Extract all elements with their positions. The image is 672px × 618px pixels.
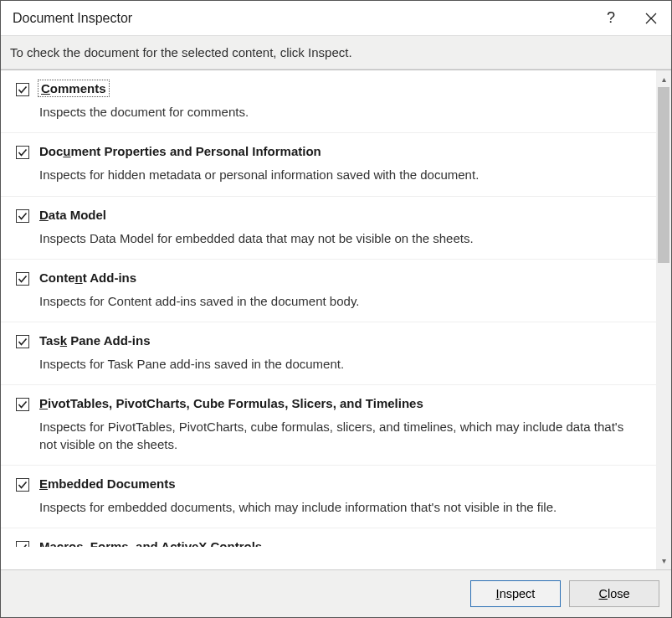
check-icon [18,399,28,409]
check-icon [18,480,28,490]
option-header: Comments [16,81,643,96]
check-icon [18,274,28,284]
scrollbar[interactable]: ▴ ▾ [656,70,671,569]
inspect-button[interactable]: Inspect [470,580,561,607]
inspection-option: PivotTables, PivotCharts, Cube Formulas,… [1,385,656,466]
option-description: Inspects for hidden metadata or personal… [39,167,643,183]
check-icon [18,337,28,347]
scroll-track[interactable] [658,85,669,554]
inspection-option: CommentsInspects the document for commen… [1,70,656,133]
option-checkbox[interactable] [16,272,29,286]
option-checkbox[interactable] [16,83,29,96]
option-description: Inspects for Content add-ins saved in th… [39,293,643,310]
option-header: Embedded Documents [16,476,643,492]
option-header: Document Properties and Personal Informa… [16,144,643,159]
dialog-title: Document Inspector [13,11,591,26]
document-inspector-dialog: Document Inspector ? To check the docume… [0,0,672,618]
close-icon [645,13,657,24]
option-description: Inspects Data Model for embedded data th… [39,230,643,247]
check-icon [18,147,28,157]
close-window-button[interactable] [631,1,671,36]
option-title: Data Model [39,208,106,222]
option-title: Content Add-ins [39,270,136,285]
option-header: Data Model [16,208,643,223]
option-header: PivotTables, PivotCharts, Cube Formulas,… [16,396,643,411]
option-header: Macros, Forms, and ActiveX Controls [16,539,643,547]
close-button[interactable]: Close [569,580,659,607]
scroll-up-arrow-icon[interactable]: ▴ [656,73,671,85]
dialog-footer: Inspect Close [1,569,671,617]
option-title: Task Pane Add-ins [39,333,151,348]
option-title: PivotTables, PivotCharts, Cube Formulas,… [39,396,423,410]
option-header: Content Add-ins [16,270,643,286]
check-icon [18,211,28,221]
check-icon [18,543,28,547]
inspection-options-list: CommentsInspects the document for commen… [1,70,656,569]
option-description: Inspects for Task Pane add-ins saved in … [39,356,643,373]
option-checkbox[interactable] [16,478,29,492]
option-description: Inspects for PivotTables, PivotCharts, c… [39,419,643,453]
option-title: Document Properties and Personal Informa… [39,144,321,158]
inspection-option: Macros, Forms, and ActiveX Controls [1,528,656,547]
option-title: Embedded Documents [39,476,176,491]
option-header: Task Pane Add-ins [16,333,643,348]
content-area: CommentsInspects the document for commen… [1,70,671,569]
scroll-thumb[interactable] [658,87,669,263]
option-checkbox[interactable] [16,146,29,159]
option-description: Inspects the document for comments. [39,104,643,121]
option-checkbox[interactable] [16,335,29,348]
inspection-option: Content Add-insInspects for Content add-… [1,260,656,322]
inspection-option: Data ModelInspects Data Model for embedd… [1,197,656,260]
help-button[interactable]: ? [591,1,631,36]
titlebar: Document Inspector ? [1,1,671,36]
option-checkbox[interactable] [16,541,29,547]
inspection-option: Document Properties and Personal Informa… [1,133,656,196]
scroll-down-arrow-icon[interactable]: ▾ [656,554,671,567]
instruction-text: To check the document for the selected c… [1,36,671,70]
inspection-option: Task Pane Add-insInspects for Task Pane … [1,322,656,385]
option-checkbox[interactable] [16,398,29,411]
option-title: Comments [39,81,108,95]
inspection-option: Embedded DocumentsInspects for embedded … [1,466,656,528]
option-title: Macros, Forms, and ActiveX Controls [39,539,262,547]
option-description: Inspects for embedded documents, which m… [39,499,643,516]
option-checkbox[interactable] [16,209,29,223]
check-icon [18,85,28,95]
